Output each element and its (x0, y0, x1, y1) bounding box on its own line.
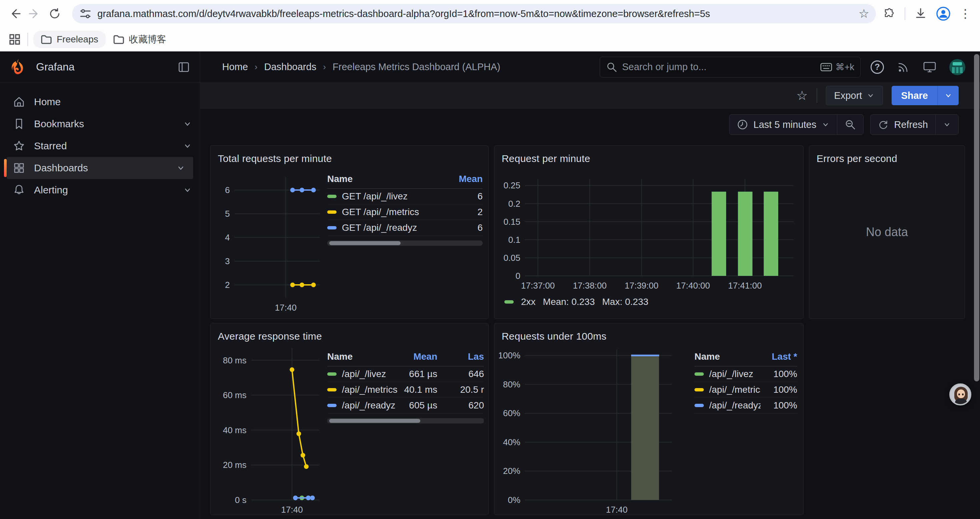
legend-row[interactable]: /api/_/livez 661 µs 646 (327, 366, 484, 382)
svg-text:4: 4 (225, 232, 230, 243)
url-text[interactable]: grafana.mathmast.com/d/deytv4rwavabkb/fr… (97, 8, 853, 19)
search-input[interactable] (622, 61, 820, 72)
bookmark-label: Freeleaps (57, 34, 99, 45)
bookmark-folder-freeleaps[interactable]: Freeleaps (33, 31, 106, 48)
breadcrumb-home[interactable]: Home (222, 61, 248, 72)
legend-header-name[interactable]: Name (327, 174, 446, 184)
sidebar-item-alerting[interactable]: Alerting (0, 179, 200, 201)
site-settings-icon[interactable] (79, 7, 92, 21)
chevron-down-icon[interactable] (183, 142, 192, 150)
export-button[interactable]: Export (826, 86, 883, 105)
help-icon[interactable]: ? (870, 61, 884, 74)
bookmark-icon (13, 118, 25, 130)
grafana-header: Grafana Home › Dashboards › Freeleaps Me… (0, 51, 980, 83)
chevron-down-icon[interactable] (183, 186, 192, 194)
panel-title[interactable]: Errors per second (809, 145, 965, 164)
legend-scrollbar[interactable] (327, 418, 484, 423)
breadcrumb-dashboards[interactable]: Dashboards (264, 61, 316, 72)
assistant-avatar[interactable] (949, 383, 971, 406)
panel-requests-under-100ms[interactable]: Requests under 100ms 100%80%60%40%20%0%1… (494, 323, 803, 515)
panel-request-per-minute[interactable]: Request per minute 0.250.20.150.10.05017… (494, 145, 803, 319)
svg-text:17:38:00: 17:38:00 (573, 281, 606, 291)
svg-text:80 ms: 80 ms (223, 355, 247, 366)
legend-row[interactable]: /api/_/readyz 605 µs 620 (327, 398, 484, 414)
extensions-icon[interactable] (883, 7, 896, 21)
svg-text:40 ms: 40 ms (223, 425, 247, 435)
legend-header-last[interactable]: Last * (760, 351, 797, 362)
user-avatar[interactable] (949, 59, 965, 75)
bookmark-star-icon[interactable]: ☆ (859, 7, 869, 21)
legend-row[interactable]: GET /api/_/readyz 6 (327, 220, 483, 236)
series-color-pill (504, 300, 514, 303)
panel-errors-per-second[interactable]: Errors per second No data (809, 145, 965, 319)
legend-header-name[interactable]: Name (694, 351, 760, 362)
legend-header-mean[interactable]: Mean (401, 351, 437, 362)
header-icons: ? (870, 59, 965, 75)
chevron-down-icon[interactable] (177, 164, 185, 172)
share-menu-button[interactable] (937, 86, 959, 105)
zoom-out-button[interactable] (837, 115, 863, 134)
avatar-face (957, 390, 965, 398)
chevron-down-icon[interactable] (183, 120, 192, 128)
refresh-icon (878, 119, 889, 130)
time-controls-row: Last 5 minutes Refresh (200, 109, 980, 141)
time-range-picker[interactable]: Last 5 minutes (730, 115, 837, 134)
news-rss-icon[interactable] (897, 61, 910, 74)
forward-button[interactable] (25, 4, 45, 24)
panel-average-response-time[interactable]: Average response time 80 ms60 ms40 ms20 … (210, 323, 488, 515)
legend-header-name[interactable]: Name (327, 351, 401, 362)
search-box[interactable]: ⌘+k (600, 57, 861, 77)
panel-title[interactable]: Request per minute (494, 145, 803, 164)
browser-menu-icon[interactable]: ⋮ (959, 7, 971, 21)
bar-chart[interactable]: 0.250.20.150.10.05017:37:0017:38:0017:39… (499, 167, 797, 300)
bar-chart[interactable]: 100%80%60%40%20%0%17:40 (499, 345, 686, 513)
sidebar-toggle-icon[interactable] (177, 61, 191, 74)
svg-text:0.2: 0.2 (508, 199, 520, 209)
sidebar: Home Bookmarks Starred Dashboards (0, 83, 200, 519)
legend-row[interactable]: /api/_/readyz 100% (694, 398, 797, 414)
grafana-logo[interactable] (10, 58, 27, 76)
sidebar-item-dashboards[interactable]: Dashboards (7, 157, 193, 179)
timeseries-chart[interactable]: 6543217:40 (215, 167, 322, 317)
page-scrollbar-thumb[interactable] (974, 54, 979, 382)
downloads-icon[interactable] (914, 7, 927, 21)
panel-title[interactable]: Average response time (210, 323, 488, 342)
svg-text:17:40: 17:40 (281, 505, 303, 513)
legend-row[interactable]: /api/_/metrics 100% (694, 382, 797, 398)
panel-title[interactable]: Requests under 100ms (494, 323, 803, 342)
legend-scrollbar[interactable] (327, 241, 483, 246)
panel-total-requests-per-minute[interactable]: Total requests per minute 6543217:40 Nam… (210, 145, 488, 319)
favorite-star-icon[interactable]: ☆ (796, 88, 808, 103)
series-color-pill (694, 388, 704, 391)
apps-grid-icon[interactable] (9, 34, 21, 45)
panel-title[interactable]: Total requests per minute (210, 145, 488, 164)
svg-text:100%: 100% (499, 350, 520, 360)
sidebar-item-home[interactable]: Home (0, 91, 200, 113)
sidebar-item-starred[interactable]: Starred (0, 135, 200, 157)
series-color-pill (327, 388, 337, 391)
url-bar[interactable]: grafana.mathmast.com/d/deytv4rwavabkb/fr… (72, 4, 876, 23)
back-button[interactable] (5, 4, 25, 24)
legend-header-mean[interactable]: Mean (446, 174, 483, 184)
dashboard-actions-row: ☆ Export Share (200, 83, 980, 109)
profile-icon[interactable] (936, 6, 951, 21)
monitor-icon[interactable] (923, 61, 937, 74)
legend-row[interactable]: /api/_/metrics 40.1 ms 20.5 r (327, 382, 484, 398)
refresh-button[interactable]: Refresh (870, 115, 935, 134)
breadcrumb-separator: › (323, 62, 326, 72)
reload-button[interactable] (45, 4, 65, 24)
legend-row[interactable]: GET /api/_/metrics 2 (327, 204, 483, 220)
panel-legend: Name Last * /api/_/livez 100% /api/_/met… (694, 351, 797, 414)
legend-row[interactable]: /api/_/livez 100% (694, 366, 797, 382)
legend-header-last[interactable]: Las (437, 351, 484, 362)
search-icon (606, 61, 617, 73)
panel-legend[interactable]: 2xx Mean: 0.233 Max: 0.233 (504, 297, 648, 307)
timeseries-chart[interactable]: 80 ms60 ms40 ms20 ms0 s17:40 (215, 345, 322, 513)
svg-text:17:40: 17:40 (606, 505, 627, 513)
share-button[interactable]: Share (892, 86, 937, 105)
bookmark-folder-blogs[interactable]: 收藏博客 (106, 30, 174, 49)
sidebar-item-bookmarks[interactable]: Bookmarks (0, 113, 200, 135)
legend-row[interactable]: GET /api/_/livez 6 (327, 189, 483, 204)
series-color-pill (327, 372, 337, 376)
refresh-interval-button[interactable] (935, 115, 958, 134)
